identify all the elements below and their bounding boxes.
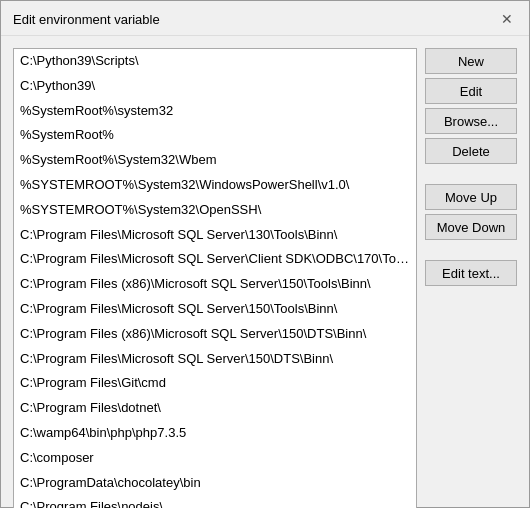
dialog-content: C:\Python39\Scripts\C:\Python39\%SystemR… — [1, 36, 529, 508]
spacer1 — [425, 168, 517, 180]
edit-env-var-dialog: Edit environment variable ✕ C:\Python39\… — [0, 0, 530, 508]
env-var-list[interactable]: C:\Python39\Scripts\C:\Python39\%SystemR… — [13, 48, 417, 508]
list-item[interactable]: %SystemRoot% — [14, 123, 416, 148]
list-item[interactable]: C:\Program Files\Microsoft SQL Server\15… — [14, 297, 416, 322]
list-item[interactable]: %SystemRoot%\system32 — [14, 99, 416, 124]
list-item[interactable]: C:\Python39\ — [14, 74, 416, 99]
close-button[interactable]: ✕ — [497, 9, 517, 29]
dialog-title: Edit environment variable — [13, 12, 160, 27]
edit-button[interactable]: Edit — [425, 78, 517, 104]
spacer2 — [425, 244, 517, 256]
new-button[interactable]: New — [425, 48, 517, 74]
list-item[interactable]: C:\Program Files\dotnet\ — [14, 396, 416, 421]
list-item[interactable]: %SYSTEMROOT%\System32\OpenSSH\ — [14, 198, 416, 223]
buttons-panel: New Edit Browse... Delete Move Up Move D… — [425, 48, 517, 508]
list-item[interactable]: C:\Program Files\Microsoft SQL Server\15… — [14, 347, 416, 372]
list-item[interactable]: C:\wamp64\bin\php\php7.3.5 — [14, 421, 416, 446]
list-item[interactable]: C:\composer — [14, 446, 416, 471]
list-item[interactable]: C:\ProgramData\chocolatey\bin — [14, 471, 416, 496]
list-item[interactable]: C:\Program Files\Git\cmd — [14, 371, 416, 396]
move-up-button[interactable]: Move Up — [425, 184, 517, 210]
list-item[interactable]: C:\Program Files\Microsoft SQL Server\13… — [14, 223, 416, 248]
delete-button[interactable]: Delete — [425, 138, 517, 164]
move-down-button[interactable]: Move Down — [425, 214, 517, 240]
list-item[interactable]: C:\Program Files\nodejs\ — [14, 495, 416, 508]
edit-text-button[interactable]: Edit text... — [425, 260, 517, 286]
list-item[interactable]: %SYSTEMROOT%\System32\WindowsPowerShell\… — [14, 173, 416, 198]
browse-button[interactable]: Browse... — [425, 108, 517, 134]
list-item[interactable]: C:\Program Files (x86)\Microsoft SQL Ser… — [14, 272, 416, 297]
list-item[interactable]: C:\Program Files\Microsoft SQL Server\Cl… — [14, 247, 416, 272]
list-item[interactable]: C:\Python39\Scripts\ — [14, 49, 416, 74]
list-item[interactable]: C:\Program Files (x86)\Microsoft SQL Ser… — [14, 322, 416, 347]
list-item[interactable]: %SystemRoot%\System32\Wbem — [14, 148, 416, 173]
title-bar: Edit environment variable ✕ — [1, 1, 529, 36]
